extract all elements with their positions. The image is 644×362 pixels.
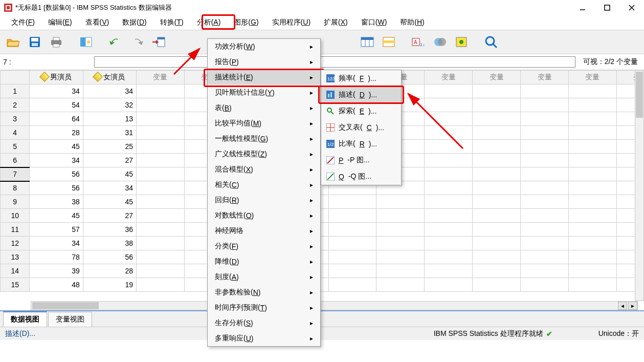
cell[interactable]	[521, 84, 569, 98]
print-icon[interactable]	[47, 33, 65, 51]
menu-nonparam[interactable]: 非参数检验(N)▸	[208, 285, 320, 300]
menu-dimreduce[interactable]: 降维(D)▸	[208, 254, 320, 269]
menu-bayesian[interactable]: 贝叶斯统计信息(Y)▸	[208, 85, 320, 100]
cell[interactable]	[521, 98, 569, 112]
cell[interactable]	[328, 237, 376, 250]
menu-extensions[interactable]: 扩展(X)	[318, 16, 354, 29]
cell[interactable]	[137, 112, 185, 126]
column-header-empty[interactable]: 变量	[569, 71, 617, 84]
cell[interactable]	[425, 209, 473, 223]
menu-graphs[interactable]: 图形(G)	[228, 16, 264, 29]
menu-classify[interactable]: 分类(F)▸	[208, 239, 320, 254]
minimize-button[interactable]	[578, 3, 588, 13]
menu-view[interactable]: 查看(V)	[79, 16, 116, 29]
menu-glm[interactable]: 一般线性模型(G)▸	[208, 131, 320, 146]
cell[interactable]	[473, 126, 521, 140]
cell[interactable]	[328, 278, 376, 292]
menu-window[interactable]: 窗口(W)	[355, 16, 393, 29]
menu-genlin[interactable]: 广义线性模型(Z)▸	[208, 146, 320, 162]
menu-loglinear[interactable]: 对数线性(O)▸	[208, 208, 320, 223]
menu-help[interactable]: 帮助(H)	[394, 16, 430, 29]
undo-icon[interactable]	[106, 33, 125, 51]
menu-mixed[interactable]: 混合模型(X)▸	[208, 162, 320, 177]
menu-survival[interactable]: 生存分析(S)▸	[208, 315, 320, 331]
cell[interactable]: 56	[30, 181, 83, 195]
menu-data[interactable]: 数据(D)	[116, 16, 152, 29]
cell[interactable]	[473, 223, 521, 237]
cell[interactable]	[521, 223, 569, 237]
cell[interactable]	[521, 126, 569, 140]
insert-case-icon[interactable]	[380, 33, 398, 51]
cell[interactable]	[569, 278, 617, 292]
menu-file[interactable]: 文件(F)	[5, 16, 41, 29]
cell[interactable]	[137, 223, 185, 237]
cell[interactable]	[473, 167, 521, 181]
cell[interactable]	[473, 250, 521, 264]
menu-power-analysis[interactable]: 功效分析(W)▸	[208, 39, 320, 54]
cell[interactable]	[137, 195, 185, 209]
cell-value-input[interactable]	[94, 56, 575, 68]
table-row[interactable]: 143928	[1, 264, 645, 278]
cell[interactable]: 38	[83, 237, 136, 250]
menu-scale[interactable]: 刻度(A)▸	[208, 269, 320, 285]
cell[interactable]: 34	[83, 181, 136, 195]
cell[interactable]: 39	[30, 264, 83, 278]
row-header[interactable]: 15	[1, 278, 30, 292]
cell[interactable]	[425, 195, 473, 209]
cell[interactable]	[521, 195, 569, 209]
cell[interactable]	[473, 84, 521, 98]
cell[interactable]	[137, 278, 185, 292]
cell[interactable]: 34	[30, 237, 83, 250]
cell[interactable]	[569, 126, 617, 140]
cell[interactable]	[569, 140, 617, 154]
goto-case-icon[interactable]	[149, 33, 168, 51]
cell[interactable]	[569, 195, 617, 209]
cell[interactable]	[425, 167, 473, 181]
cell[interactable]: 27	[83, 154, 136, 167]
submenu-descriptives[interactable]: 描述(D)...	[321, 87, 401, 103]
close-button[interactable]	[627, 3, 637, 13]
variables-icon[interactable]	[358, 33, 376, 51]
cell[interactable]: 45	[83, 195, 136, 209]
use-sets-icon[interactable]	[431, 33, 449, 51]
cell[interactable]	[521, 167, 569, 181]
scroll-right-icon[interactable]: ►	[628, 302, 637, 310]
cell[interactable]: 57	[30, 223, 83, 237]
row-header[interactable]: 13	[1, 250, 30, 264]
table-row[interactable]: 123438	[1, 237, 645, 250]
cell[interactable]	[137, 140, 185, 154]
cell[interactable]	[137, 167, 185, 181]
cell[interactable]	[521, 154, 569, 167]
menu-descriptive-stats[interactable]: 描述统计(E)▸	[208, 70, 320, 85]
cell[interactable]	[137, 154, 185, 167]
cell[interactable]	[473, 181, 521, 195]
submenu-crosstabs[interactable]: 交叉表(C)...	[321, 119, 401, 136]
cell[interactable]	[473, 237, 521, 250]
cell[interactable]	[521, 250, 569, 264]
cell[interactable]	[569, 154, 617, 167]
cell[interactable]	[137, 181, 185, 195]
cell[interactable]: 19	[83, 278, 136, 292]
cell[interactable]	[425, 223, 473, 237]
cell[interactable]: 48	[30, 278, 83, 292]
cell[interactable]	[569, 209, 617, 223]
cell[interactable]	[521, 209, 569, 223]
menu-multiresp[interactable]: 多重响应(U)▸	[208, 331, 320, 346]
cell[interactable]	[425, 237, 473, 250]
cell[interactable]: 32	[83, 98, 136, 112]
cell[interactable]	[328, 223, 376, 237]
column-header-var1[interactable]: 男演员	[30, 71, 83, 84]
cell[interactable]: 78	[30, 250, 83, 264]
row-header[interactable]: 6	[1, 154, 30, 167]
cell[interactable]	[569, 264, 617, 278]
submenu-frequencies[interactable]: 123频率(F)...	[321, 70, 401, 87]
cell[interactable]: 38	[30, 195, 83, 209]
tab-variable-view[interactable]: 变量视图	[48, 312, 92, 327]
table-row[interactable]: 137856	[1, 250, 645, 264]
cell[interactable]: 34	[30, 154, 83, 167]
tab-data-view[interactable]: 数据视图	[3, 311, 47, 327]
cell[interactable]	[328, 195, 376, 209]
submenu-explore[interactable]: 探索(E)...	[321, 103, 401, 119]
row-header[interactable]: 5	[1, 140, 30, 154]
row-header[interactable]: 7	[1, 167, 30, 181]
